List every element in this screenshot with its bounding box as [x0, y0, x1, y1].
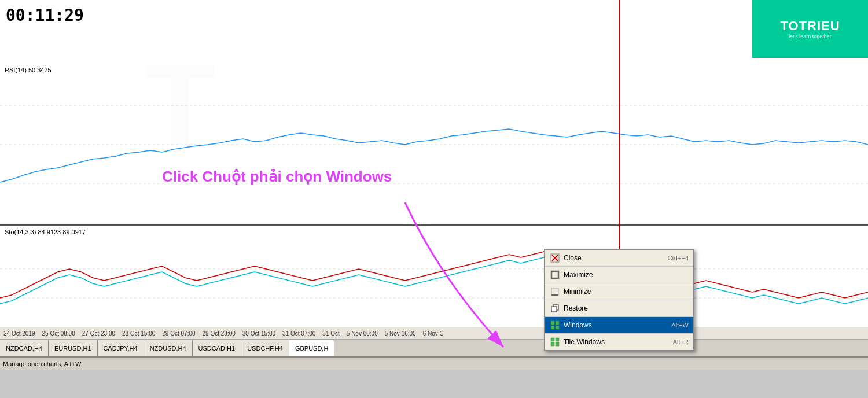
time-label-6: 30 Oct 15:00	[239, 330, 279, 337]
tile-windows-shortcut: Alt+R	[673, 338, 689, 345]
logo-area: TOTRIEU let's learn together	[752, 0, 868, 58]
svg-rect-21	[556, 338, 559, 341]
svg-rect-18	[551, 326, 554, 329]
svg-rect-10	[551, 271, 558, 278]
timer-display: 00:11:29	[6, 6, 84, 25]
sto-label: Sto(14,3,3) 84.9123 89.0917	[5, 229, 86, 235]
sto-chart-svg	[0, 240, 868, 327]
tab-eurusd[interactable]: EURUSD,H1	[49, 340, 98, 356]
minimize-icon	[550, 286, 560, 297]
restore-label: Restore	[564, 304, 689, 312]
tab-cadjpy[interactable]: CADJPY,H4	[98, 340, 144, 356]
svg-rect-11	[551, 271, 558, 278]
maximize-icon	[550, 270, 560, 280]
tab-gbpusd[interactable]: GBPUSD,H	[289, 340, 334, 356]
menu-item-close[interactable]: Close Ctrl+F4	[545, 250, 693, 267]
windows-icon	[550, 320, 560, 330]
svg-rect-23	[556, 342, 559, 346]
time-label-7: 31 Oct 07:00	[279, 330, 319, 337]
status-bar: Manage open charts, Alt+W	[0, 357, 868, 370]
time-label-5: 29 Oct 23:00	[199, 330, 239, 337]
time-label-10: 5 Nov 16:00	[381, 330, 420, 337]
annotation-text: Click Chuột phải chọn Windows	[162, 168, 392, 186]
time-label-8: 31 Oct	[319, 330, 343, 337]
time-label-1: 25 Oct 08:00	[38, 330, 78, 337]
time-label-11: 6 Nov C	[420, 330, 447, 337]
red-line-top	[619, 0, 620, 226]
time-label-9: 5 Nov 00:00	[343, 330, 381, 337]
tile-windows-label: Tile Windows	[564, 338, 673, 346]
close-shortcut: Ctrl+F4	[668, 255, 689, 261]
time-label-0: 24 Oct 2019	[0, 330, 38, 337]
tab-usdchf[interactable]: USDCHF,H4	[241, 340, 289, 356]
tab-nzdcad[interactable]: NZDCAD,H4	[0, 340, 49, 356]
rsi-chart-svg	[0, 67, 868, 223]
menu-item-restore[interactable]: Restore	[545, 300, 693, 317]
svg-rect-19	[556, 326, 559, 329]
svg-rect-22	[551, 342, 554, 346]
tab-usdcad[interactable]: USDCAD,H1	[193, 340, 242, 356]
logo-name: TOTRIEU	[780, 19, 840, 34]
minimize-label: Minimize	[564, 288, 689, 296]
main-container: 00:11:29 RSI(14) 50.3475 TOTRIEU let's l…	[0, 0, 868, 398]
menu-item-tile-windows[interactable]: Tile Windows Alt+R	[545, 334, 693, 350]
time-label-4: 29 Oct 07:00	[159, 330, 198, 337]
tab-nzdusd[interactable]: NZDUSD,H4	[144, 340, 193, 356]
time-label-2: 27 Oct 23:00	[79, 330, 119, 337]
menu-item-windows[interactable]: Windows Alt+W	[545, 317, 693, 334]
close-label: Close	[564, 254, 668, 262]
close-icon	[550, 253, 560, 263]
rsi-chart: 00:11:29 RSI(14) 50.3475 TOTRIEU let's l…	[0, 0, 868, 226]
svg-rect-15	[551, 307, 557, 312]
maximize-label: Maximize	[564, 271, 689, 279]
time-axis: 24 Oct 2019 25 Oct 08:00 27 Oct 23:00 28…	[0, 327, 868, 340]
time-label-3: 28 Oct 15:00	[119, 330, 159, 337]
menu-item-minimize[interactable]: Minimize	[545, 283, 693, 300]
windows-shortcut: Alt+W	[671, 322, 689, 329]
windows-label: Windows	[564, 321, 671, 329]
svg-rect-20	[551, 338, 554, 341]
status-text: Manage open charts, Alt+W	[3, 360, 81, 367]
restore-icon	[550, 303, 560, 314]
menu-item-maximize[interactable]: Maximize	[545, 267, 693, 283]
context-menu: Close Ctrl+F4 Maximize Minimize	[544, 249, 694, 351]
tab-bar: NZDCAD,H4 EURUSD,H1 CADJPY,H4 NZDUSD,H4 …	[0, 340, 868, 357]
svg-rect-16	[551, 321, 554, 325]
svg-rect-17	[556, 321, 559, 325]
tile-icon	[550, 337, 560, 347]
svg-rect-12	[551, 288, 558, 295]
logo-tagline: let's learn together	[780, 34, 840, 39]
